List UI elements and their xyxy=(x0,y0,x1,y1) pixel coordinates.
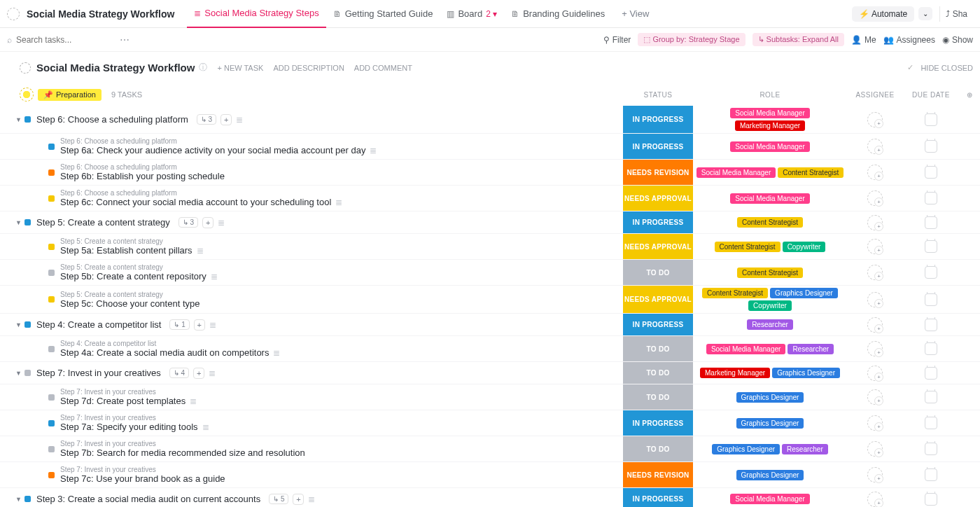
assignee-add-icon[interactable] xyxy=(867,239,883,254)
task-row[interactable]: ▼Step 3: Create a social media audit on … xyxy=(0,488,980,507)
list-title[interactable]: Social Media Strategy Workflow xyxy=(27,8,174,20)
add-description-button[interactable]: ADD DESCRIPTION xyxy=(273,64,344,72)
task-name[interactable]: Step 3: Create a social media audit on c… xyxy=(36,494,617,505)
calendar-icon[interactable] xyxy=(925,342,937,355)
status-dot[interactable] xyxy=(48,296,55,303)
task-name[interactable]: Step 7d: Create post templates≣ xyxy=(60,396,617,406)
task-row[interactable]: Step 7: Invest in your creativesStep 7d:… xyxy=(0,384,980,410)
assignee-cell[interactable] xyxy=(847,467,903,482)
task-body[interactable]: Step 7: Invest in your creativesStep 7a:… xyxy=(55,410,623,436)
role-tag[interactable]: Copywriter xyxy=(748,300,792,311)
task-row[interactable]: Step 5: Create a content strategyStep 5c… xyxy=(0,286,980,314)
assignee-cell[interactable] xyxy=(847,341,903,356)
subtask-count[interactable]: ↳ 5 xyxy=(269,494,288,504)
role-cell[interactable]: Content StrategistGraphics DesignerCopyw… xyxy=(693,286,847,313)
status-dot[interactable] xyxy=(48,394,55,401)
calendar-icon[interactable] xyxy=(925,192,937,204)
assignee-add-icon[interactable] xyxy=(867,292,883,307)
assignee-add-icon[interactable] xyxy=(867,190,883,206)
assignee-add-icon[interactable] xyxy=(867,441,883,457)
due-cell[interactable] xyxy=(903,468,959,481)
assignee-add-icon[interactable] xyxy=(867,112,883,127)
status-cell[interactable]: IN PROGRESS xyxy=(623,314,693,335)
collapse-icon[interactable]: ▼ xyxy=(15,321,22,328)
assignee-cell[interactable] xyxy=(847,415,903,431)
status-dot[interactable] xyxy=(24,370,31,376)
tab[interactable]: ▥Board2 ▾ xyxy=(440,0,504,28)
share-button[interactable]: ⤴ Sha xyxy=(939,6,973,22)
assignee-cell[interactable] xyxy=(847,389,903,405)
assignee-cell[interactable] xyxy=(847,139,903,154)
status-dot[interactable] xyxy=(48,270,55,276)
due-cell[interactable] xyxy=(903,113,959,126)
due-cell[interactable] xyxy=(903,443,959,455)
add-subtask-button[interactable]: + xyxy=(193,368,204,379)
role-cell[interactable]: Marketing ManagerGraphics Designer xyxy=(693,366,847,380)
due-cell[interactable] xyxy=(903,367,959,380)
task-body[interactable]: Step 4: Create a competitor listStep 4a:… xyxy=(55,336,623,361)
role-cell[interactable]: Graphics Designer xyxy=(693,416,847,431)
assignee-cell[interactable] xyxy=(847,441,903,457)
due-cell[interactable] xyxy=(903,319,959,331)
assignee-cell[interactable] xyxy=(847,190,903,206)
task-row[interactable]: Step 7: Invest in your creativesStep 7c:… xyxy=(0,462,980,488)
role-cell[interactable]: Graphics DesignerResearcher xyxy=(693,442,847,457)
calendar-icon[interactable] xyxy=(925,216,937,229)
subtask-count[interactable]: ↳ 1 xyxy=(169,319,189,330)
show-button[interactable]: ◉Show xyxy=(942,35,973,45)
calendar-icon[interactable] xyxy=(925,113,937,126)
role-cell[interactable]: Content Strategist xyxy=(693,265,847,280)
role-tag[interactable]: Researcher xyxy=(788,344,834,354)
status-dot[interactable] xyxy=(48,169,55,176)
calendar-icon[interactable] xyxy=(925,293,937,306)
task-row[interactable]: Step 6: Choose a scheduling platformStep… xyxy=(0,186,980,211)
due-cell[interactable] xyxy=(903,192,959,204)
calendar-icon[interactable] xyxy=(925,240,937,253)
subtasks-pill[interactable]: ↳ Subtasks: Expand All xyxy=(752,33,844,46)
assignee-add-icon[interactable] xyxy=(867,165,883,180)
assignee-add-icon[interactable] xyxy=(867,467,883,482)
due-cell[interactable] xyxy=(903,266,959,279)
description-icon[interactable]: ≣ xyxy=(218,218,225,228)
role-cell[interactable]: Researcher xyxy=(693,317,847,332)
role-cell[interactable]: Social Media Manager xyxy=(693,492,847,506)
page-title[interactable]: Social Media Strategy Workflow xyxy=(36,62,195,74)
task-body[interactable]: Step 7: Invest in your creativesStep 7d:… xyxy=(55,384,623,410)
assignee-add-icon[interactable] xyxy=(867,389,883,405)
add-subtask-button[interactable]: + xyxy=(194,319,205,331)
description-icon[interactable]: ≣ xyxy=(308,494,315,504)
subtask-count[interactable]: ↳ 3 xyxy=(197,114,216,125)
task-name[interactable]: Step 4: Create a competitor list↳ 1+≣ xyxy=(36,319,617,331)
assignee-cell[interactable] xyxy=(847,215,903,230)
status-cell[interactable]: TO DO xyxy=(623,336,693,361)
task-row[interactable]: Step 7: Invest in your creativesStep 7b:… xyxy=(0,436,980,462)
assignee-add-icon[interactable] xyxy=(867,415,883,431)
role-tag[interactable]: Graphics Designer xyxy=(770,288,838,298)
calendar-icon[interactable] xyxy=(925,417,937,429)
role-tag[interactable]: Graphics Designer xyxy=(736,418,804,429)
task-body[interactable]: Step 3: Create a social media audit on c… xyxy=(31,490,623,508)
add-view-button[interactable]: + View xyxy=(615,8,656,19)
role-tag[interactable]: Graphics Designer xyxy=(736,470,804,480)
status-dot[interactable] xyxy=(24,496,31,502)
subtask-count[interactable]: ↳ 3 xyxy=(178,217,198,228)
task-name[interactable]: Step 6a: Check your audience activity on… xyxy=(60,145,617,155)
status-cell[interactable]: IN PROGRESS xyxy=(623,211,693,233)
description-icon[interactable]: ≣ xyxy=(202,422,209,432)
col-add[interactable]: ⊕ xyxy=(959,91,980,99)
role-tag[interactable]: Social Media Manager xyxy=(730,193,810,204)
calendar-icon[interactable] xyxy=(925,140,937,153)
assignee-add-icon[interactable] xyxy=(867,317,883,333)
collapse-icon[interactable]: ▼ xyxy=(15,116,22,123)
col-assignee[interactable]: ASSIGNEE xyxy=(847,91,903,99)
role-cell[interactable]: Graphics Designer xyxy=(693,468,847,482)
task-name[interactable]: Step 7: Invest in your creatives↳ 4+≣ xyxy=(36,368,617,379)
task-name[interactable]: Step 4a: Create a social media audit on … xyxy=(60,347,617,358)
role-tag[interactable]: Social Media Manager xyxy=(730,141,810,152)
status-cell[interactable]: NEEDS APPROVAL xyxy=(623,234,693,259)
status-cell[interactable]: NEEDS APPROVAL xyxy=(623,286,693,313)
task-body[interactable]: Step 4: Create a competitor list↳ 1+≣ xyxy=(31,316,623,334)
role-tag[interactable]: Content Strategist xyxy=(778,167,844,178)
task-body[interactable]: Step 6: Choose a scheduling platformStep… xyxy=(55,186,623,211)
due-cell[interactable] xyxy=(903,391,959,403)
